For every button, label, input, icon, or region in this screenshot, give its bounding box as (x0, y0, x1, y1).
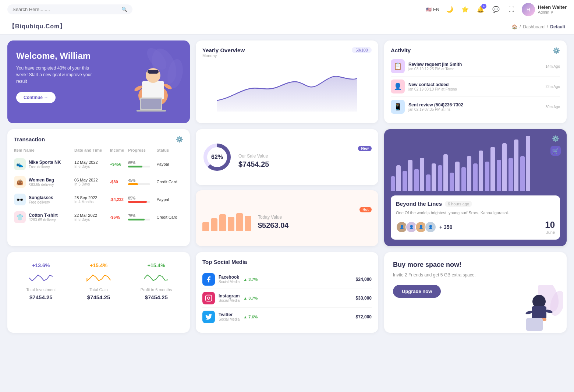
activity-item-time: 22m Ago (546, 85, 560, 89)
mini-stat-wave (75, 271, 122, 285)
bar (514, 140, 518, 191)
svg-rect-20 (535, 318, 546, 321)
social-name: Twitter (219, 312, 240, 317)
bar (450, 173, 454, 191)
svg-point-23 (545, 309, 553, 314)
sale-donut-chart: 62% (202, 142, 232, 172)
trans-col-header: Date and Time (74, 148, 110, 155)
activity-item-title: Review request jim Smith (408, 62, 542, 67)
today-bar (245, 216, 251, 231)
social-icon (202, 311, 215, 323)
favorites-icon[interactable]: ⭐ (460, 4, 470, 15)
svg-rect-9 (140, 98, 162, 110)
svg-rect-4 (142, 81, 164, 99)
item-days: In 6 Days (74, 165, 110, 169)
item-progress-label: 65% (128, 161, 156, 165)
buy-space-illustration (515, 285, 563, 333)
mini-stats-grid: +13.6% Total Investment $7454.25 +15.4% … (14, 259, 183, 326)
buy-space-card: Buy more space now! Invite 2 Friends and… (384, 252, 567, 333)
bar (426, 174, 431, 191)
beyond-title: Beyond the Lines (396, 201, 442, 207)
beyond-description: One Of the world,s brightest, young surf… (396, 210, 555, 216)
svg-rect-19 (532, 306, 546, 319)
mini-stats-card: +13.6% Total Investment $7454.25 +15.4% … (7, 252, 190, 333)
search-icon: 🔍 (121, 7, 127, 12)
today-info: Today Value $5263.04 (258, 215, 372, 230)
social-amount: $72,000 (356, 314, 372, 319)
dark-mode-toggle[interactable]: 🌙 (444, 4, 455, 15)
activity-settings-button[interactable]: ⚙️ (553, 47, 560, 54)
item-date: 28 Sep 2022 (74, 195, 110, 200)
nav-right: 🇺🇸 EN 🌙 ⭐ 🔔 4 💬 ⛶ H Helen Walter Admin ∨ (426, 3, 567, 16)
activity-item: 📋 Review request jim Smith jan 03 19 12:… (391, 56, 560, 77)
social-pct: ▲ 7.6% (243, 315, 258, 319)
beyond-date: 10 June (545, 220, 555, 234)
bar-group (426, 163, 436, 191)
mini-stat-value: $7454.25 (145, 294, 168, 300)
today-bar (236, 213, 243, 231)
mini-stat-pct: +15.4% (90, 262, 107, 268)
activity-item-subtitle: jan 03 19 12:25 PM at Tame (408, 67, 542, 71)
today-value-card: Hot Today Value $5263.04 (196, 190, 378, 246)
transaction-settings-button[interactable]: ⚙️ (176, 136, 183, 143)
beyond-avatars: 👤 👤 👤 👤 + 350 (396, 221, 452, 233)
bar-group (509, 140, 518, 191)
welcome-card: Welcome, William You have completed 40% … (7, 40, 190, 123)
svg-point-5 (146, 68, 160, 83)
bar (509, 158, 513, 191)
bar (520, 156, 525, 191)
social-name: Instagram (219, 293, 240, 299)
activity-item-title: Sent review (504)236-7302 (408, 102, 542, 107)
transaction-title: Transaction (14, 136, 45, 142)
item-name: Cotton T-shirt (29, 213, 58, 218)
item-date: 12 May 2022 (74, 160, 110, 165)
notifications-icon[interactable]: 🔔 4 (475, 4, 486, 15)
chart-settings-button[interactable]: ⚙️ (550, 135, 561, 142)
social-pct: ▲ 3.7% (243, 296, 258, 300)
social-pct: ▲ 3.7% (243, 277, 258, 282)
buy-space-title: Buy more space now! (393, 261, 558, 269)
activity-info: Sent review (504)236-7302 jan 02 19 07:3… (408, 102, 542, 112)
avatar-4: 👤 (425, 221, 436, 233)
svg-rect-6 (148, 70, 159, 74)
messages-icon[interactable]: 💬 (491, 4, 501, 15)
item-income: -$80 (110, 173, 128, 191)
language-selector[interactable]: 🇺🇸 EN (426, 7, 439, 12)
bar (473, 163, 478, 191)
activity-thumb: 📱 (391, 100, 405, 114)
item-icon: 👟 (14, 158, 26, 170)
bar-group (391, 165, 401, 191)
search-input[interactable] (13, 7, 118, 12)
social-type: Social Media (219, 280, 240, 284)
beyond-time: 6 hours ago (445, 201, 472, 207)
item-progress-bar (128, 183, 150, 185)
fullscreen-icon[interactable]: ⛶ (506, 4, 517, 15)
bar (502, 143, 507, 191)
search-bar[interactable]: 🔍 (7, 4, 132, 14)
buy-space-description: Invite 2 Friends and get 5 GB extra spac… (393, 272, 558, 278)
bar-group (438, 154, 448, 191)
avatar: H (522, 3, 535, 16)
breadcrumb-dashboard[interactable]: Dashboard (523, 24, 545, 29)
continue-button[interactable]: Continue → (16, 92, 56, 103)
item-progress-bar (128, 219, 150, 220)
svg-point-1 (165, 58, 185, 89)
mini-stat-item: +15.4% Profit in 6 months $7454.25 (129, 259, 183, 326)
social-amount: $33,000 (356, 296, 372, 301)
home-icon[interactable]: 🏠 (512, 24, 517, 29)
activity-title: Activity (391, 47, 411, 53)
mini-stat-wave (133, 271, 180, 285)
social-icon (202, 273, 215, 286)
social-item: Instagram Social Media ▲ 3.7% $33,000 (202, 289, 372, 308)
social-icon (202, 292, 215, 304)
svg-point-7 (134, 85, 143, 92)
user-menu[interactable]: H Helen Walter Admin ∨ (522, 3, 567, 16)
item-sub: Free delivery (29, 165, 61, 169)
chart-action-button[interactable]: 🛒 (550, 146, 561, 156)
bar-group (414, 158, 424, 191)
item-icon: 👕 (14, 211, 26, 223)
mini-stat-item: +15.4% Total Gain $7454.25 (72, 259, 126, 326)
svg-rect-10 (141, 99, 161, 109)
upgrade-button[interactable]: Upgrade now (393, 285, 441, 298)
bar (420, 158, 424, 191)
